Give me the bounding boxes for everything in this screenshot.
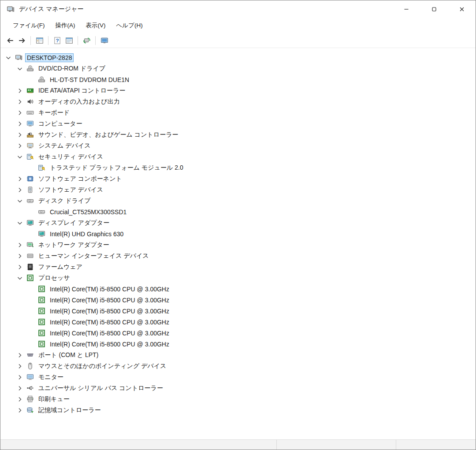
tree-node-label[interactable]: ポート (COM と LPT) <box>37 351 100 360</box>
tree-row[interactable]: Intel(R) Core(TM) i5-8500 CPU @ 3.00GHz <box>0 338 476 350</box>
chevron-right-icon[interactable] <box>16 242 23 249</box>
chevron-down-icon[interactable] <box>16 275 23 282</box>
tree-row[interactable]: ネットワーク アダプター <box>0 239 476 250</box>
tree-node-label[interactable]: Intel(R) Core(TM) i5-8500 CPU @ 3.00GHz <box>48 285 171 293</box>
chevron-down-icon[interactable] <box>5 54 12 61</box>
console-tree-button[interactable] <box>33 35 45 46</box>
chevron-right-icon[interactable] <box>16 352 23 359</box>
tree-row[interactable]: ファームウェア <box>0 261 476 272</box>
tree-row[interactable]: Crucial_CT525MX300SSD1 <box>0 206 476 217</box>
menu-file[interactable]: ファイル(F) <box>7 19 50 32</box>
tree-row[interactable]: Intel(R) Core(TM) i5-8500 CPU @ 3.00GHz <box>0 305 476 316</box>
menu-help[interactable]: ヘルプ(H) <box>111 19 148 32</box>
tree-row[interactable]: セキュリティ デバイス <box>0 151 476 162</box>
chevron-down-icon[interactable] <box>16 197 23 205</box>
tree-row[interactable]: Intel(R) Core(TM) i5-8500 CPU @ 3.00GHz <box>0 283 476 294</box>
chevron-down-icon[interactable] <box>16 219 23 227</box>
tree-node-label[interactable]: 印刷キュー <box>37 395 71 404</box>
tree-row[interactable]: ヒューマン インターフェイス デバイス <box>0 250 476 261</box>
tree-node-label[interactable]: HL-DT-ST DVDROM DUE1N <box>48 76 130 84</box>
tree-node-label[interactable]: Intel(R) Core(TM) i5-8500 CPU @ 3.00GHz <box>48 329 171 337</box>
chevron-right-icon[interactable] <box>16 253 23 260</box>
tree-row[interactable]: プロセッサ <box>0 272 476 283</box>
tree-row[interactable]: トラステッド プラットフォーム モジュール 2.0 <box>0 162 476 173</box>
chevron-right-icon[interactable] <box>16 98 23 105</box>
tree-node-label[interactable]: オーディオの入力および出力 <box>37 97 121 106</box>
tree-row[interactable]: マウスとそのほかのポインティング デバイス <box>0 361 476 372</box>
chevron-right-icon[interactable] <box>16 186 23 193</box>
device-display-button[interactable] <box>98 35 110 46</box>
chevron-right-icon[interactable] <box>16 120 23 127</box>
tree-node-label[interactable]: キーボード <box>37 108 71 117</box>
tree-row[interactable]: 印刷キュー <box>0 394 476 405</box>
chevron-right-icon[interactable] <box>16 407 23 414</box>
back-button[interactable] <box>4 35 16 46</box>
tree-node-label[interactable]: トラステッド プラットフォーム モジュール 2.0 <box>48 164 185 172</box>
chevron-right-icon[interactable] <box>16 87 23 94</box>
forward-button[interactable] <box>16 35 28 46</box>
tree-row[interactable]: IDE ATA/ATAPI コントローラー <box>0 85 476 96</box>
tree-node-label[interactable]: 記憶域コントローラー <box>37 406 102 415</box>
tree-node-label[interactable]: Intel(R) Core(TM) i5-8500 CPU @ 3.00GHz <box>48 307 171 315</box>
list-view-button[interactable] <box>63 35 75 46</box>
tree-row[interactable]: ソフトウェア デバイス <box>0 184 476 195</box>
tree-row[interactable]: サウンド、ビデオ、およびゲーム コントローラー <box>0 129 476 140</box>
chevron-right-icon[interactable] <box>16 385 23 392</box>
tree-node-label[interactable]: Intel(R) UHD Graphics 630 <box>48 230 125 238</box>
tree-node-label[interactable]: ソフトウェア コンポーネント <box>37 175 123 183</box>
tree-row[interactable]: ソフトウェア コンポーネント <box>0 173 476 184</box>
tree-node-label[interactable]: ディスク ドライブ <box>37 197 92 205</box>
tree-row[interactable]: Intel(R) Core(TM) i5-8500 CPU @ 3.00GHz <box>0 327 476 338</box>
tree-node-label[interactable]: セキュリティ デバイス <box>37 152 104 161</box>
tree-node-label[interactable]: ユニバーサル シリアル バス コントローラー <box>37 384 164 393</box>
chevron-down-icon[interactable] <box>16 153 23 160</box>
tree-node-label[interactable]: ファームウェア <box>37 263 84 271</box>
tree-row[interactable]: Intel(R) Core(TM) i5-8500 CPU @ 3.00GHz <box>0 316 476 327</box>
tree-row[interactable]: DESKTOP-2828 <box>0 52 476 63</box>
tree-row[interactable]: ディスク ドライブ <box>0 195 476 206</box>
tree-row[interactable]: HL-DT-ST DVDROM DUE1N <box>0 74 476 85</box>
tree-row[interactable]: モニター <box>0 372 476 383</box>
chevron-right-icon[interactable] <box>16 363 23 370</box>
chevron-right-icon[interactable] <box>16 374 23 381</box>
tree-row[interactable]: ユニバーサル シリアル バス コントローラー <box>0 383 476 394</box>
tree-row[interactable]: ディスプレイ アダプター <box>0 217 476 228</box>
tree-node-label[interactable]: ネットワーク アダプター <box>37 241 111 249</box>
close-button[interactable] <box>448 0 476 18</box>
chevron-right-icon[interactable] <box>16 175 23 182</box>
tree-node-label[interactable]: プロセッサ <box>37 274 71 283</box>
tree-node-label[interactable]: コンピューター <box>37 119 84 128</box>
tree-row[interactable]: ポート (COM と LPT) <box>0 350 476 361</box>
menu-view[interactable]: 表示(V) <box>81 19 111 32</box>
tree-node-label[interactable]: DESKTOP-2828 <box>26 54 73 62</box>
tree-row[interactable]: システム デバイス <box>0 140 476 151</box>
tree-row[interactable]: 記憶域コントローラー <box>0 405 476 416</box>
tree-row[interactable]: コンピューター <box>0 118 476 129</box>
tree-node-label[interactable]: Intel(R) Core(TM) i5-8500 CPU @ 3.00GHz <box>48 296 171 304</box>
tree-node-label[interactable]: Intel(R) Core(TM) i5-8500 CPU @ 3.00GHz <box>48 318 171 326</box>
tree-node-label[interactable]: ソフトウェア デバイス <box>37 186 104 194</box>
scan-hardware-button[interactable] <box>81 35 93 46</box>
tree-node-label[interactable]: ディスプレイ アダプター <box>37 219 111 227</box>
tree-row[interactable]: オーディオの入力および出力 <box>0 96 476 107</box>
tree-row[interactable]: DVD/CD-ROM ドライブ <box>0 63 476 74</box>
tree-node-label[interactable]: モニター <box>37 373 65 382</box>
menu-action[interactable]: 操作(A) <box>50 19 81 32</box>
tree-row[interactable]: Intel(R) Core(TM) i5-8500 CPU @ 3.00GHz <box>0 294 476 305</box>
tree-node-label[interactable]: サウンド、ビデオ、およびゲーム コントローラー <box>37 130 179 139</box>
tree-row[interactable]: Intel(R) UHD Graphics 630 <box>0 228 476 239</box>
tree-node-label[interactable]: ヒューマン インターフェイス デバイス <box>37 252 150 260</box>
tree-node-label[interactable]: IDE ATA/ATAPI コントローラー <box>37 86 126 95</box>
chevron-right-icon[interactable] <box>16 131 23 138</box>
chevron-right-icon[interactable] <box>16 396 23 403</box>
chevron-right-icon[interactable] <box>16 264 23 271</box>
tree-node-label[interactable]: システム デバイス <box>37 141 92 150</box>
minimize-button[interactable] <box>392 0 420 18</box>
chevron-right-icon[interactable] <box>16 109 23 116</box>
chevron-down-icon[interactable] <box>16 65 23 72</box>
tree-node-label[interactable]: マウスとそのほかのポインティング デバイス <box>37 362 167 371</box>
tree-node-label[interactable]: DVD/CD-ROM ドライブ <box>37 64 107 73</box>
maximize-button[interactable] <box>420 0 448 18</box>
tree-node-label[interactable]: Crucial_CT525MX300SSD1 <box>48 208 128 216</box>
chevron-right-icon[interactable] <box>16 142 23 149</box>
